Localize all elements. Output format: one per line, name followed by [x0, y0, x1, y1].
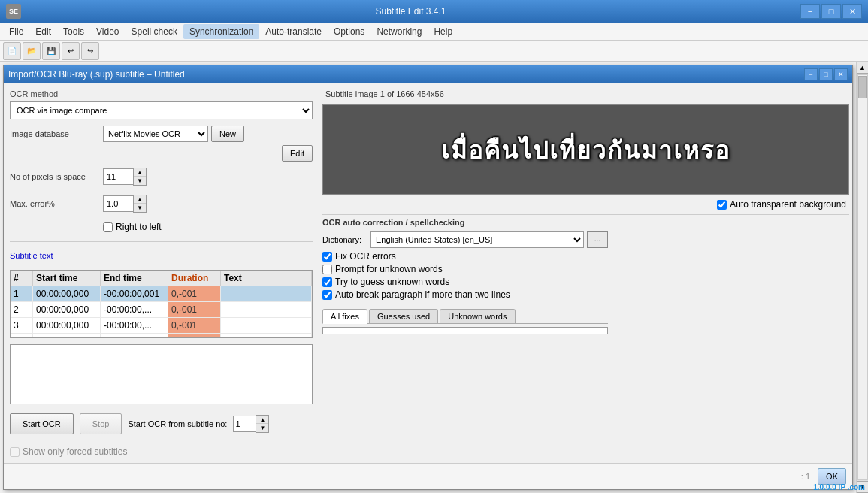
menu-synchronization[interactable]: Synchronization: [183, 24, 259, 39]
pixels-up[interactable]: ▲: [134, 168, 146, 177]
menu-tools[interactable]: Tools: [57, 24, 90, 39]
ocr-correction-panel: OCR auto correction / spellchecking Dict…: [322, 218, 608, 334]
fix-ocr-errors-row: Fix OCR errors: [322, 251, 608, 262]
image-info: Subtitle image 1 of 1666 454x56: [325, 88, 444, 100]
try-guess-checkbox[interactable]: [322, 277, 332, 287]
toolbar-btn-2[interactable]: 📂: [23, 42, 41, 60]
start-from-input[interactable]: [233, 416, 256, 432]
pixels-arrows: ▲ ▼: [133, 168, 147, 186]
menu-bar: File Edit Tools Video Spell check Synchr…: [0, 23, 868, 41]
menu-networking[interactable]: Networking: [370, 24, 428, 39]
auto-transparent-row: Auto transparent background: [322, 198, 849, 211]
right-to-left-checkbox[interactable]: [103, 222, 113, 232]
image-database-select[interactable]: Netflix Movies OCR: [103, 126, 208, 142]
stop-button[interactable]: Stop: [80, 413, 122, 434]
col-end: End time: [101, 271, 168, 286]
dialog-title-bar: Import/OCR Blu-ray (.sup) subtitle – Unt…: [4, 65, 852, 83]
menu-auto-translate[interactable]: Auto-translate: [259, 24, 328, 39]
tab-unknown-words[interactable]: Unknown words: [440, 309, 515, 323]
menu-options[interactable]: Options: [328, 24, 370, 39]
menu-spell-check[interactable]: Spell check: [126, 24, 183, 39]
window-controls: − □ ✕: [800, 4, 862, 19]
bottom-left-area: [10, 344, 313, 404]
edit-button[interactable]: Edit: [282, 145, 313, 162]
ok-button[interactable]: OK: [818, 468, 846, 485]
start-from-spinner: ▲ ▼: [233, 415, 269, 433]
auto-break-checkbox[interactable]: [322, 290, 332, 300]
pixels-spinner: ▲ ▼: [103, 168, 147, 186]
fix-ocr-errors-checkbox[interactable]: [322, 252, 332, 262]
tab-all-fixes[interactable]: All fixes: [322, 309, 367, 324]
scroll-up-button[interactable]: ▲: [857, 62, 869, 74]
pixels-down[interactable]: ▼: [134, 177, 146, 185]
menu-help[interactable]: Help: [428, 24, 458, 39]
try-guess-label: Try to guess unknown words: [335, 277, 449, 287]
toolbar: 📄 📂 💾 ↩ ↪: [0, 41, 868, 62]
ocr-method-label: OCR method: [10, 89, 313, 98]
menu-edit[interactable]: Edit: [29, 24, 57, 39]
close-button[interactable]: ✕: [842, 4, 862, 19]
start-ocr-button[interactable]: Start OCR: [10, 413, 74, 434]
separator-1: [10, 241, 313, 242]
table-header: # Start time End time Duration Text: [11, 271, 312, 286]
subtitle-image: เมื่อคืนไปเที่ยวกันมาเหรอ: [322, 104, 849, 195]
start-from-label: Start OCR from subtitle no:: [128, 419, 227, 428]
ocr-section-title: OCR auto correction / spellchecking: [322, 218, 608, 227]
dialog-left-panel: OCR method OCR via image compare Image d…: [4, 83, 319, 463]
title-bar: SE Subtitle Edit 3.4.1 − □ ✕: [0, 0, 868, 23]
prompt-unknown-label: Prompt for unknown words: [335, 264, 443, 274]
start-from-down[interactable]: ▼: [256, 424, 268, 432]
dialog-right-panel: Subtitle image 1 of 1666 454x56 เมื่อคืน…: [319, 83, 852, 463]
auto-transparent-label: Auto transparent background: [730, 199, 846, 210]
subtitle-text-edit[interactable]: [10, 344, 313, 404]
image-database-label: Image database: [10, 129, 100, 138]
ocr-method-select[interactable]: OCR via image compare: [10, 101, 313, 119]
scroll-thumb: [858, 76, 867, 98]
tab-guesses-used[interactable]: Guesses used: [369, 309, 438, 323]
toolbar-btn-3[interactable]: 💾: [42, 42, 60, 60]
max-error-down[interactable]: ▼: [134, 204, 146, 212]
bottom-controls: Start OCR Stop Start OCR from subtitle n…: [10, 410, 313, 437]
max-error-row: Max. error% ▲ ▼: [10, 195, 313, 213]
image-database-row: Image database Netflix Movies OCR New: [10, 126, 313, 142]
maximize-button[interactable]: □: [821, 4, 841, 19]
dialog-body: OCR method OCR via image compare Image d…: [4, 83, 852, 463]
dictionary-select[interactable]: English (United States) [en_US]: [370, 231, 584, 248]
dictionary-more-button[interactable]: ···: [587, 231, 608, 248]
col-duration: Duration: [168, 271, 221, 286]
table-row[interactable]: 4 00:00:00,000 -00:00:00,... 0,-001: [11, 334, 312, 337]
col-start: Start time: [33, 271, 101, 286]
dialog-bottom: 1.0.0.0 IP .com : 1 OK: [4, 463, 852, 489]
pixels-row: No of pixels is space ▲ ▼: [10, 168, 313, 186]
toolbar-btn-1[interactable]: 📄: [3, 42, 21, 60]
table-body: 1 00:00:00,000 -00:00:00,001 0,-001 2 00…: [11, 286, 312, 337]
watermark: 1.0.0.0 IP .com: [813, 483, 865, 491]
show-forced-label: Show only forced subtitles: [23, 446, 127, 457]
table-row[interactable]: 3 00:00:00,000 -00:00:00,... 0,-001: [11, 318, 312, 334]
max-error-input[interactable]: [103, 195, 133, 212]
menu-file[interactable]: File: [3, 24, 29, 39]
table-row[interactable]: 2 00:00:00,000 -00:00:00,... 0,-001: [11, 302, 312, 318]
cell-start: 00:00:00,000: [33, 286, 101, 301]
new-button[interactable]: New: [211, 126, 244, 142]
toolbar-btn-5[interactable]: ↪: [81, 42, 99, 60]
dictionary-row: Dictionary: English (United States) [en_…: [322, 231, 608, 248]
dialog-controls: − □ ✕: [804, 68, 848, 80]
show-forced-checkbox[interactable]: [10, 447, 20, 457]
dialog-close[interactable]: ✕: [834, 68, 848, 80]
toolbar-btn-4[interactable]: ↩: [62, 42, 80, 60]
dialog-minimize[interactable]: −: [804, 68, 818, 80]
pixels-input[interactable]: [103, 168, 133, 185]
ocr-results-area: [322, 327, 608, 334]
table-row[interactable]: 1 00:00:00,000 -00:00:00,001 0,-001: [11, 286, 312, 302]
auto-transparent-checkbox[interactable]: [717, 200, 727, 210]
right-scrollbar: ▲ ▼: [856, 62, 868, 493]
start-from-up[interactable]: ▲: [256, 416, 268, 424]
max-error-up[interactable]: ▲: [134, 195, 146, 204]
minimize-button[interactable]: −: [800, 4, 820, 19]
prompt-unknown-checkbox[interactable]: [322, 265, 332, 274]
dialog-title: Import/OCR Blu-ray (.sup) subtitle – Unt…: [8, 69, 185, 80]
auto-break-row: Auto break paragraph if more than two li…: [322, 289, 608, 300]
menu-video[interactable]: Video: [90, 24, 125, 39]
dialog-maximize[interactable]: □: [819, 68, 833, 80]
